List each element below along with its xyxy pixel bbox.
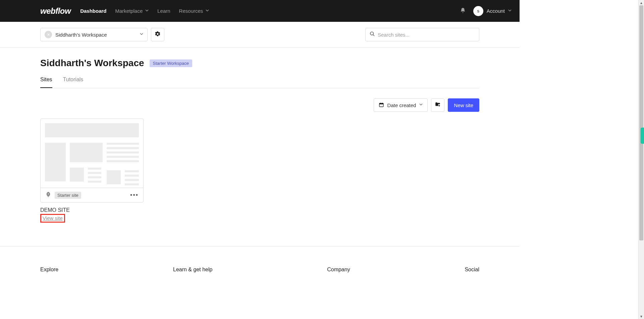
chevron-down-icon — [145, 9, 149, 13]
gear-icon — [155, 31, 161, 38]
footer-col-learn: Learn & get help — [173, 267, 212, 273]
site-card: Starter site ••• DEMO SITE View site — [40, 119, 144, 223]
footer: Explore Learn & get help Company Social — [0, 246, 520, 279]
site-plan-badge: Starter site — [55, 192, 81, 199]
search-input[interactable] — [378, 32, 475, 38]
thumbnail-footer: Starter site ••• — [41, 188, 143, 202]
highlight-box: View site — [40, 214, 65, 223]
site-thumbnail[interactable]: Starter site ••• — [40, 119, 144, 202]
tabs: Sites Tutorials — [40, 77, 479, 88]
new-site-button[interactable]: New site — [448, 98, 479, 112]
main: Siddharth's Workspace Starter Workspace … — [0, 48, 520, 236]
svg-rect-3 — [379, 103, 383, 104]
nav-learn[interactable]: Learn — [157, 8, 170, 14]
folder-plus-icon — [435, 101, 441, 109]
site-grid: Starter site ••• DEMO SITE View site — [40, 119, 479, 223]
page-title: Siddharth's Workspace — [40, 58, 144, 69]
workspace-selector[interactable]: Siddharth's Workspace — [40, 28, 148, 41]
sites-toolbar: Date created New site — [40, 98, 479, 112]
nav-marketplace[interactable]: Marketplace — [115, 8, 149, 14]
account-menu[interactable]: s Account — [473, 6, 512, 16]
logo[interactable]: webflow — [40, 6, 71, 16]
workspace-settings-button[interactable] — [151, 28, 164, 41]
avatar: s — [473, 6, 483, 16]
chevron-down-icon — [508, 9, 512, 13]
nav-links: Dashboard Marketplace Learn Resources — [80, 8, 209, 14]
calendar-icon — [379, 102, 384, 108]
svg-point-0 — [370, 32, 373, 35]
chevron-down-icon — [140, 33, 143, 36]
rocket-icon — [45, 191, 51, 199]
sort-button[interactable]: Date created — [374, 98, 428, 112]
footer-col-explore: Explore — [40, 267, 58, 273]
top-nav: webflow Dashboard Marketplace Learn Reso… — [0, 0, 520, 22]
workspace-bar: Siddharth's Workspace — [0, 22, 520, 48]
nav-resources-label: Resources — [179, 8, 203, 14]
sort-label: Date created — [387, 102, 416, 108]
workspace-selector-label: Siddharth's Workspace — [55, 32, 137, 38]
view-site-link[interactable]: View site — [43, 215, 63, 221]
new-folder-button[interactable] — [431, 98, 444, 112]
footer-col-social: Social — [465, 267, 479, 273]
footer-col-company: Company — [327, 267, 350, 273]
site-name: DEMO SITE — [40, 207, 144, 213]
chevron-down-icon — [206, 9, 209, 13]
svg-line-1 — [373, 35, 374, 36]
nav-resources[interactable]: Resources — [179, 8, 209, 14]
nav-dashboard[interactable]: Dashboard — [80, 8, 106, 14]
search-box[interactable] — [365, 28, 479, 41]
account-label: Account — [487, 8, 505, 14]
nav-marketplace-label: Marketplace — [115, 8, 143, 14]
tab-sites[interactable]: Sites — [40, 77, 52, 88]
thumbnail-preview — [41, 119, 143, 188]
tab-tutorials[interactable]: Tutorials — [63, 77, 84, 88]
workspace-plan-badge: Starter Workspace — [150, 59, 192, 67]
chevron-down-icon — [419, 103, 423, 107]
nav-right: s Account — [460, 6, 512, 16]
search-icon — [370, 31, 375, 38]
site-more-menu[interactable]: ••• — [130, 192, 139, 199]
workspace-icon — [45, 31, 52, 38]
notifications-icon[interactable] — [460, 7, 466, 15]
